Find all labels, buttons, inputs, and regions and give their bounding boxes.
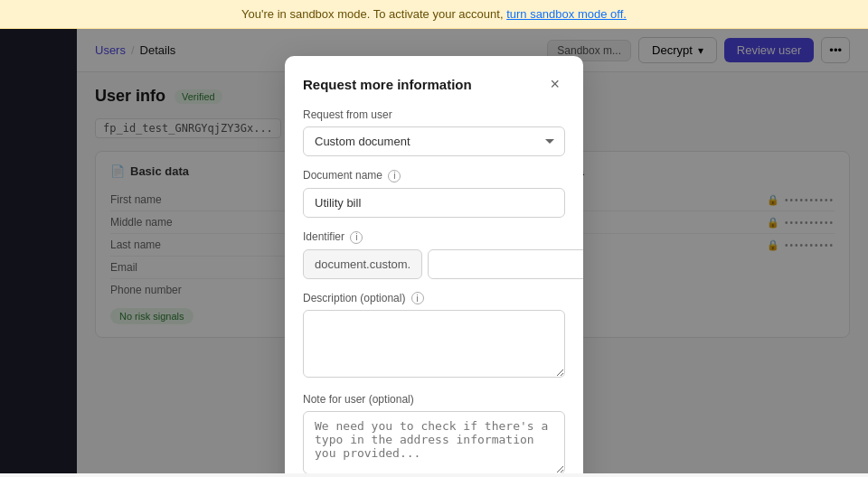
request-from-select[interactable]: Custom document Government ID Proof of a… bbox=[303, 126, 565, 156]
sandbox-banner-text: You're in sandbox mode. To activate your… bbox=[241, 7, 503, 21]
description-textarea[interactable] bbox=[303, 310, 565, 378]
identifier-info-icon: i bbox=[350, 231, 363, 244]
modal-overlay: Request more information × Request from … bbox=[0, 29, 868, 473]
modal-close-button[interactable]: × bbox=[544, 74, 565, 94]
modal-title: Request more information bbox=[303, 77, 472, 92]
identifier-row: document.custom. bbox=[303, 249, 565, 279]
identifier-prefix: document.custom. bbox=[303, 249, 422, 279]
note-label: Note for user (optional) bbox=[303, 393, 565, 406]
sandbox-banner: You're in sandbox mode. To activate your… bbox=[0, 0, 868, 29]
request-from-label: Request from user bbox=[303, 108, 565, 121]
identifier-label: Identifier i bbox=[303, 230, 565, 244]
document-name-label: Document name i bbox=[303, 169, 565, 182]
document-name-info-icon: i bbox=[388, 170, 401, 182]
description-label: Description (optional) i bbox=[303, 292, 565, 305]
description-info-icon: i bbox=[411, 292, 424, 304]
note-textarea[interactable] bbox=[303, 411, 565, 473]
document-name-input[interactable] bbox=[303, 188, 565, 218]
sandbox-activate-link[interactable]: turn sandbox mode off. bbox=[506, 7, 627, 21]
identifier-input[interactable] bbox=[428, 249, 583, 279]
request-info-modal: Request more information × Request from … bbox=[285, 56, 583, 473]
modal-header: Request more information × bbox=[303, 74, 565, 94]
